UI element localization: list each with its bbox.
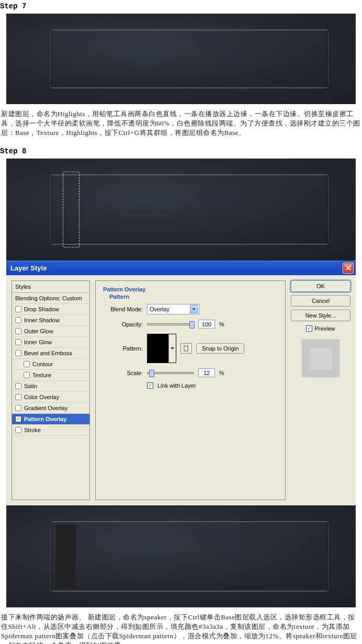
style-label: Pattern Overlay xyxy=(24,416,66,422)
step8-preview-bottom xyxy=(6,505,356,607)
outer-glow-checkbox[interactable] xyxy=(15,328,21,334)
close-button[interactable] xyxy=(343,263,354,274)
step8-heading: Step 8 xyxy=(0,145,362,159)
step7-paragraph: 新建图层，命名为Higlights，用铅笔工具画两条白色直线，一条在播放器上边缘… xyxy=(0,104,362,145)
opacity-row: Opacity: % xyxy=(103,320,278,329)
preview-row: ✓ Preview xyxy=(291,325,350,332)
step7-preview xyxy=(6,14,356,104)
settings-panel: Pattern Overlay Pattern Blend Mode: Over… xyxy=(95,280,286,500)
texture-checkbox[interactable] xyxy=(24,372,30,378)
new-document-icon xyxy=(183,345,189,352)
style-bevel-emboss[interactable]: Bevel and Emboss xyxy=(12,348,89,359)
gradient-overlay-checkbox[interactable] xyxy=(15,405,21,411)
color-overlay-checkbox[interactable] xyxy=(15,394,21,400)
pattern-picker[interactable] xyxy=(147,334,176,363)
link-layer-checkbox[interactable]: ✓ xyxy=(147,382,153,389)
dialog-title: Layer Style xyxy=(10,264,343,272)
blend-mode-select[interactable]: Overlay xyxy=(147,304,199,314)
blending-options-row[interactable]: Blending Options: Custom xyxy=(12,293,89,304)
pattern-overlay-checkbox[interactable]: ✓ xyxy=(15,416,21,422)
style-satin[interactable]: Satin xyxy=(12,381,89,392)
opacity-slider-thumb[interactable] xyxy=(189,321,195,329)
new-pattern-button[interactable] xyxy=(180,343,192,354)
scale-slider[interactable] xyxy=(147,372,194,374)
style-label: Inner Glow xyxy=(24,339,52,345)
style-label: Stroke xyxy=(24,427,41,433)
style-label: Outer Glow xyxy=(24,328,53,334)
style-label: Bevel and Emboss xyxy=(24,350,72,356)
chevron-down-icon xyxy=(190,305,198,313)
preview-checkbox[interactable]: ✓ xyxy=(306,325,312,332)
blend-mode-label: Blend Mode: xyxy=(103,306,143,312)
link-layer-label: Link with Layer xyxy=(157,382,196,389)
style-label: Drop Shadow xyxy=(24,306,59,312)
pattern-row: Pattern: Snap to Origin xyxy=(103,334,278,363)
style-stroke[interactable]: Stroke xyxy=(12,425,89,436)
new-style-button[interactable]: New Style... xyxy=(291,310,350,321)
blend-mode-value: Overlay xyxy=(150,306,169,312)
cancel-button[interactable]: Cancel xyxy=(291,295,350,307)
opacity-slider[interactable] xyxy=(147,323,194,325)
inner-shadow-checkbox[interactable] xyxy=(15,317,21,323)
stroke-checkbox[interactable] xyxy=(15,427,21,433)
styles-list: Styles Blending Options: Custom Drop Sha… xyxy=(12,280,90,500)
satin-checkbox[interactable] xyxy=(15,383,21,389)
marquee-selection xyxy=(63,172,80,247)
settings-title: Pattern Overlay xyxy=(103,286,278,292)
style-contour[interactable]: Contour xyxy=(12,359,89,370)
scale-slider-thumb[interactable] xyxy=(149,370,154,377)
style-label: Texture xyxy=(32,372,51,378)
step7-heading: Step 7 xyxy=(0,0,362,14)
chevron-down-icon xyxy=(168,334,176,363)
blend-mode-row: Blend Mode: Overlay xyxy=(103,304,278,314)
player-glass-2 xyxy=(50,174,329,245)
close-icon xyxy=(346,265,351,270)
bevel-emboss-checkbox[interactable] xyxy=(15,350,21,356)
style-outer-glow[interactable]: Outer Glow xyxy=(12,326,89,337)
layer-style-dialog: Layer Style Styles Blending Options: Cus… xyxy=(6,261,356,505)
snap-to-origin-button[interactable]: Snap to Origin xyxy=(196,343,244,354)
preview-swatch xyxy=(301,339,340,378)
contour-checkbox[interactable] xyxy=(24,361,30,367)
style-drop-shadow[interactable]: Drop Shadow xyxy=(12,304,89,315)
style-label: Contour xyxy=(32,361,53,367)
style-inner-glow[interactable]: Inner Glow xyxy=(12,337,89,348)
style-label: Inner Shadow xyxy=(24,317,60,323)
step8-paragraph: 接下来制作两端的扬声器。 新建图层，命名为speaker，按下Ctrl键单击Ba… xyxy=(0,607,362,644)
step8-preview-top xyxy=(6,159,356,261)
style-color-overlay[interactable]: Color Overlay xyxy=(12,392,89,403)
player-glass xyxy=(50,29,329,88)
settings-subtitle: Pattern xyxy=(109,293,278,300)
styles-header[interactable]: Styles xyxy=(12,281,89,293)
speaker-texture xyxy=(56,525,76,588)
scale-row: Scale: % xyxy=(103,368,278,377)
pattern-label: Pattern: xyxy=(103,345,143,352)
style-inner-shadow[interactable]: Inner Shadow xyxy=(12,315,89,326)
style-gradient-overlay[interactable]: Gradient Overlay xyxy=(12,403,89,414)
preview-swatch-inner xyxy=(310,348,332,370)
style-label: Color Overlay xyxy=(24,394,59,400)
dialog-buttons: OK Cancel New Style... ✓ Preview xyxy=(291,280,350,500)
preview-label: Preview xyxy=(314,325,335,332)
drop-shadow-checkbox[interactable] xyxy=(15,306,21,312)
dialog-titlebar[interactable]: Layer Style xyxy=(6,261,356,275)
scale-label: Scale: xyxy=(103,370,143,376)
inner-glow-checkbox[interactable] xyxy=(15,339,21,345)
scale-input[interactable] xyxy=(198,368,215,377)
style-texture[interactable]: Texture xyxy=(12,370,89,381)
opacity-label: Opacity: xyxy=(103,321,143,327)
opacity-pct: % xyxy=(219,321,224,327)
opacity-input[interactable] xyxy=(198,320,215,329)
ok-button[interactable]: OK xyxy=(291,280,350,292)
style-pattern-overlay[interactable]: ✓Pattern Overlay xyxy=(12,414,89,425)
link-layer-row: ✓ Link with Layer xyxy=(147,382,278,389)
style-label: Gradient Overlay xyxy=(24,405,67,411)
scale-pct: % xyxy=(219,370,224,376)
player-glass-3 xyxy=(50,521,329,592)
style-label: Satin xyxy=(24,383,37,389)
